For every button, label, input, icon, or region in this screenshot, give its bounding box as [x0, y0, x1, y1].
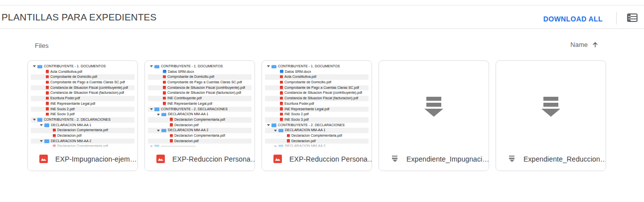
tree-file-row: INE Socio 3.pdf [265, 117, 369, 123]
file-card[interactable]: CONTRIBUYENTE - 1. DOCUMENTOSDatos SRM.d… [261, 60, 372, 171]
pdf-file-icon [170, 139, 173, 143]
download-bar [392, 158, 397, 159]
list-view-icon[interactable] [627, 13, 638, 22]
file-card[interactable]: Expendiente_Reduccion… [496, 60, 606, 171]
chevron-down-icon [150, 65, 153, 67]
tree-row-label: Comprobante de Domicilio.pdf [167, 74, 214, 80]
download-bar [509, 158, 515, 159]
tree-row-label: CONTRIBUYENTE - 2. DECLARACIONES [44, 117, 111, 123]
file-thumbnail [382, 64, 486, 149]
file-thumbnail: CONTRIBUYENTE - 1. DOCUMENTOSDatos SRM.d… [148, 64, 252, 149]
folder-icon [37, 65, 42, 69]
file-thumbnail [499, 64, 603, 149]
tree-row-label: Declaracion Complementaria.pdf [291, 133, 342, 139]
tree-folder-row: CONTRIBUYENTE - 1. DOCUMENTOS [265, 64, 369, 69]
top-divider [0, 5, 644, 5]
download-bar [426, 97, 441, 101]
file-card[interactable]: Expendiente_Impugnaci… [379, 60, 489, 171]
tree-row-label: INE Representante Legal.pdf [167, 101, 212, 107]
pdf-file-icon [163, 86, 166, 90]
tree-row-label: Escritura Poder.pdf [50, 96, 80, 101]
tree-folder-row: CONTRIBUYENTE - 2. DECLARACIONES [148, 107, 252, 112]
pdf-file-icon [46, 97, 49, 101]
download-all-button[interactable]: DOWNLOAD ALL [540, 14, 606, 23]
file-card[interactable]: CONTRIBUYENTE - 1. DOCUMENTOSActa Consti… [27, 60, 138, 171]
files-section-label: Files [35, 42, 48, 49]
pdf-file-icon [46, 113, 49, 117]
pdf-file-icon [46, 86, 49, 90]
tree-row-label: Constancia de Situacion Fiscal (contribu… [50, 85, 128, 91]
tree-folder-row: DECLARACION MM-AA 2 [31, 139, 134, 144]
tree-file-row: Declaracion.pdf [148, 139, 252, 144]
file-thumbnail: CONTRIBUYENTE - 1. DOCUMENTOSDatos SRM.d… [265, 64, 369, 149]
tree-row-label: Escritura Poder.pdf [284, 101, 314, 107]
folder-icon [161, 113, 166, 117]
tree-row-label: Declaracion Complementaria.pdf [174, 117, 225, 123]
tree-file-row: INE Representante Legal.pdf [31, 101, 134, 107]
tree-folder-row: CONTRIBUYENTE - 1. DOCUMENTOS [148, 64, 252, 69]
tree-row-label: Declaracion Complementaria.pdf [57, 128, 108, 133]
tree-row-label: INE Socio 3.pdf [284, 117, 309, 123]
tree-row-label: Comprobante de Pago a Cuentas Claras SC.… [284, 85, 359, 91]
tree-file-row: Constancia de Situacion Fiscal (contribu… [265, 90, 369, 96]
card-footer: Expendiente_Reduccion… [496, 147, 606, 171]
tree-file-row: Acta Constitutiva.pdf [265, 74, 369, 80]
download-triangle [424, 109, 443, 117]
pdf-file-icon [53, 134, 56, 138]
pdf-file-icon [46, 81, 49, 85]
tree-folder-row: DECLARACION MM-AA 1 [148, 112, 252, 117]
tree-row-label: Datos SRM.docx [285, 69, 311, 75]
download-bar [392, 156, 397, 157]
tree-row-label: CONTRIBUYENTE - 1. DOCUMENTOS [44, 64, 106, 69]
sort-by-name-button[interactable]: Name [570, 41, 598, 48]
pdf-file-icon [163, 81, 166, 85]
tree-folder-row: CONTRIBUYENTE - 1. DOCUMENTOS [31, 64, 134, 69]
tree-row-label: DECLARACION MM-AA 2 [51, 139, 91, 144]
tree-row-label: Acta Constitutiva.pdf [50, 69, 82, 75]
pdf-file-icon [46, 70, 49, 74]
file-card[interactable]: CONTRIBUYENTE - 1. DOCUMENTOSDatos SRM.d… [144, 60, 255, 171]
file-thumbnail: CONTRIBUYENTE - 1. DOCUMENTOSActa Consti… [31, 64, 134, 149]
tree-row-label: DECLARACION MM-AA 1 [51, 123, 91, 128]
tree-file-row: INE Socio 2.pdf [31, 107, 134, 112]
pdf-file-icon [280, 91, 283, 95]
download-bar [509, 156, 515, 157]
tree-file-row: Constancia de Situacion Fiscal (contribu… [148, 85, 252, 91]
download-icon-small [509, 156, 515, 162]
tree-row-label: Constancia de Situacion Fiscal (contribu… [284, 90, 362, 96]
pdf-file-icon [170, 134, 173, 138]
tree-row-label: CONTRIBUYENTE - 2. DECLARACIONES [278, 123, 345, 128]
folder-icon [37, 118, 42, 122]
pdf-file-icon [46, 107, 49, 111]
tree-row-label: Comprobante de Domicilio.pdf [50, 74, 97, 80]
chevron-down-icon [150, 108, 153, 110]
card-footer: Expendiente_Impugnaci… [379, 147, 489, 171]
folder-icon [154, 107, 159, 111]
tree-row-label: Constancia de Situacion Fiscal (facturac… [50, 90, 124, 96]
tree-row-label: Comprobante de Pago a Cuentas Claras SC.… [167, 80, 242, 85]
download-triangle [541, 109, 560, 117]
pdf-file-icon [280, 86, 283, 90]
tree-file-row: Acta Constitutiva.pdf [31, 69, 134, 75]
file-card-grid: CONTRIBUYENTE - 1. DOCUMENTOSActa Consti… [27, 60, 606, 171]
tree-row-label: INE Contribuyente.pdf [167, 96, 202, 101]
arrow-up-icon [592, 41, 598, 48]
tree-file-row: Declaracion.pdf [265, 139, 369, 144]
tree-file-row: Constancia de Situacion Fiscal (contribu… [31, 85, 134, 91]
pdf-file-icon [280, 81, 283, 85]
tree-file-row: Comprobante de Domicilio.pdf [265, 80, 369, 85]
tree-row-label: Constancia de Situacion Fiscal (facturac… [284, 96, 358, 101]
tree-folder-row: CONTRIBUYENTE - 2. DECLARACIONES [265, 123, 369, 128]
card-footer: EXP-Impugnacion-ejem… [28, 147, 137, 171]
tree-file-row: Constancia de Situacion Fiscal (facturac… [148, 90, 252, 96]
tree-file-row: INE Representante Legal.pdf [148, 101, 252, 107]
file-type-icon [273, 155, 282, 163]
tree-file-row: Comprobante de Pago a Cuentas Claras SC.… [265, 85, 369, 91]
tree-folder-row: DECLARACION MM-AA 1 [31, 123, 134, 128]
tree-file-row: Declaracion.pdf [31, 133, 134, 139]
card-footer: EXP-Reduccion Persona… [262, 147, 372, 171]
pdf-file-icon [280, 97, 283, 101]
pdf-file-icon [287, 134, 290, 138]
chevron-down-icon [157, 114, 160, 116]
file-name: EXP-Impugnacion-ejem… [55, 155, 137, 163]
